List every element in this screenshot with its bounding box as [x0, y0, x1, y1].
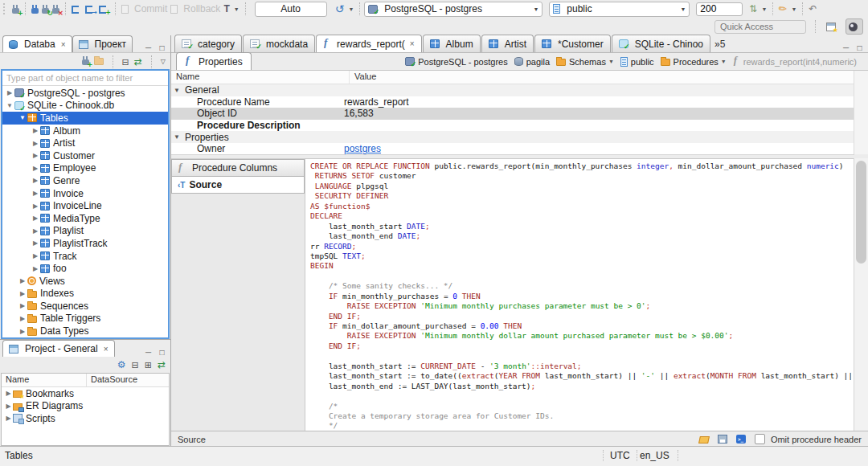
minimize-button[interactable]: ─	[143, 348, 154, 357]
console-icon[interactable]	[736, 435, 746, 444]
column-name[interactable]: Name	[2, 374, 87, 386]
undo-button[interactable]: ↶	[807, 1, 818, 17]
link-with-editor-icon[interactable]: ⇄	[134, 57, 142, 67]
connect-button[interactable]	[30, 1, 40, 17]
expander-icon[interactable]: ▶	[18, 315, 27, 322]
expander-icon[interactable]: ▶	[4, 415, 13, 422]
tree-item[interactable]: ▶MediaType	[2, 212, 168, 225]
tab-properties[interactable]: Properties	[176, 52, 252, 70]
grid-row[interactable]: ▼Properties	[171, 131, 854, 143]
grid-row[interactable]: Object ID16,583	[171, 108, 854, 120]
editor-tab-mockdata[interactable]: mockdata	[243, 35, 315, 52]
maximize-button[interactable]: □	[854, 43, 865, 52]
breadcrumb-item[interactable]: Schemas▼	[556, 57, 614, 67]
tab-project-general[interactable]: Project - General×	[2, 340, 115, 357]
close-icon[interactable]: ×	[104, 345, 108, 354]
toolbar-grip[interactable]	[3, 3, 7, 14]
gear-icon[interactable]: ⚙	[117, 360, 126, 370]
open-sql-script-button[interactable]: →	[84, 1, 97, 17]
project-item[interactable]: ▶Bookmarks	[2, 387, 169, 400]
object-filter-input[interactable]	[2, 71, 168, 86]
collapse-all-icon[interactable]: ⊟	[132, 360, 139, 370]
subtab-source[interactable]: ‹TSource	[171, 177, 305, 194]
fetch-size-input[interactable]	[696, 2, 743, 16]
expander-icon[interactable]: ▶	[31, 152, 40, 159]
new-sql-editor-button[interactable]: +	[97, 1, 111, 17]
tree-item[interactable]: ▶Genre	[2, 174, 168, 187]
expander-icon[interactable]: ▶	[31, 140, 40, 147]
expander-icon[interactable]: ▼	[18, 114, 27, 121]
open-perspective-button[interactable]	[825, 19, 841, 34]
tree-item[interactable]: ▶Sequences	[2, 300, 168, 313]
quick-access-input[interactable]	[714, 20, 806, 34]
project-item[interactable]: ▶Scripts	[2, 412, 169, 425]
grid-column-name[interactable]: Name	[171, 71, 350, 84]
code-scrollbar[interactable]	[854, 158, 868, 431]
maximize-button[interactable]: □	[157, 43, 167, 52]
close-icon[interactable]: ×	[410, 39, 415, 48]
grid-row[interactable]: Procedure Description	[171, 120, 854, 132]
breadcrumb-item[interactable]: public	[620, 57, 654, 67]
breadcrumb-item[interactable]: PostgreSQL - postgres	[405, 57, 507, 67]
expander-icon[interactable]: ▶	[18, 302, 27, 309]
new-connection-button[interactable]: +	[10, 1, 21, 17]
subtab-procedure-columns[interactable]: Procedure Columns	[171, 159, 305, 177]
expander-icon[interactable]: ▶	[31, 177, 40, 184]
editor-tab-Customer[interactable]: *Customer	[534, 35, 611, 52]
open-file-icon[interactable]	[698, 436, 710, 444]
expander-icon[interactable]: ▼	[5, 102, 14, 109]
chevron-down-icon[interactable]: ▼	[608, 59, 614, 64]
tree-item[interactable]: ▼Tables	[2, 112, 168, 125]
project-item[interactable]: ▶ER Diagrams	[2, 400, 169, 413]
editor-tab-SQLiteChinoo[interactable]: SQLite - Chinoo	[612, 35, 710, 52]
tree-item[interactable]: ▶PlaylistTrack	[2, 237, 168, 250]
breadcrumb-item[interactable]: pagila	[514, 57, 550, 67]
expander-icon[interactable]: ▶	[31, 215, 40, 222]
grid-row[interactable]: ▼General	[171, 84, 854, 96]
expander-icon[interactable]: ▶	[18, 290, 27, 297]
tree-item[interactable]: ▼SQLite - Chinook.db	[2, 100, 168, 112]
autocommit-select[interactable]: Auto	[255, 2, 327, 17]
expander-icon[interactable]: ▶	[4, 403, 13, 410]
expander-icon[interactable]: ▶	[31, 190, 40, 197]
tree-item[interactable]: ▶Playlist	[2, 225, 168, 238]
tab-database-navigator[interactable]: Databa×	[2, 35, 72, 52]
sync-button[interactable]: ⇅▼	[747, 1, 768, 17]
save-icon[interactable]	[718, 435, 727, 444]
link-with-editor-icon[interactable]: ⇄	[158, 360, 166, 370]
grid-column-value[interactable]: Value	[350, 71, 381, 84]
editor-tab-Album[interactable]: Album	[423, 35, 481, 52]
status-timezone[interactable]: UTC	[603, 450, 637, 461]
grid-row[interactable]: Ownerpostgres	[171, 143, 854, 154]
expander-icon[interactable]: ▶	[18, 277, 27, 284]
tab-project-navigator[interactable]: Проект	[72, 35, 133, 52]
commit-button[interactable]: Commit	[120, 1, 169, 17]
schema-select[interactable]: public▼	[549, 2, 690, 17]
reconnect-button[interactable]: ↻	[40, 1, 51, 17]
nav-new-connection-icon[interactable]: +	[82, 59, 89, 65]
close-icon[interactable]: ×	[61, 40, 66, 49]
transaction-log-button[interactable]: T▼	[222, 1, 240, 17]
transaction-history-button[interactable]: ↺▼	[334, 1, 356, 17]
expander-icon[interactable]: ▶	[31, 165, 40, 172]
collapse-all-icon[interactable]: ⊟	[122, 57, 129, 67]
tree-item[interactable]: ▶Employee	[2, 162, 168, 175]
grid-row[interactable]: Procedure Namerewards_report	[171, 96, 854, 108]
tree-item[interactable]: ▶Track	[2, 250, 168, 263]
maximize-button[interactable]: □	[157, 348, 167, 357]
rollback-button[interactable]: Rollback	[169, 1, 222, 17]
tree-item[interactable]: ▶Invoice	[2, 187, 168, 200]
expander-icon[interactable]: ▶	[31, 202, 40, 210]
format-button[interactable]: ✎▼	[777, 1, 798, 17]
tree-item[interactable]: ▶Artist	[2, 137, 168, 149]
omit-procedure-header-checkbox[interactable]	[755, 434, 765, 444]
minimize-button[interactable]: ─	[841, 43, 851, 52]
tree-item[interactable]: ▶PostgreSQL - postgres	[2, 87, 168, 100]
tree-item[interactable]: ▶Data Types	[2, 325, 168, 337]
editor-tab-category[interactable]: category	[174, 35, 242, 52]
tree-item[interactable]: ▶Indexes	[2, 288, 168, 300]
breadcrumb-item[interactable]: rewards_report(int4,numeric)	[733, 57, 857, 67]
expander-icon[interactable]: ▶	[31, 239, 40, 247]
expander-icon[interactable]: ▶	[31, 127, 40, 134]
scrollbar-thumb[interactable]	[856, 161, 866, 264]
